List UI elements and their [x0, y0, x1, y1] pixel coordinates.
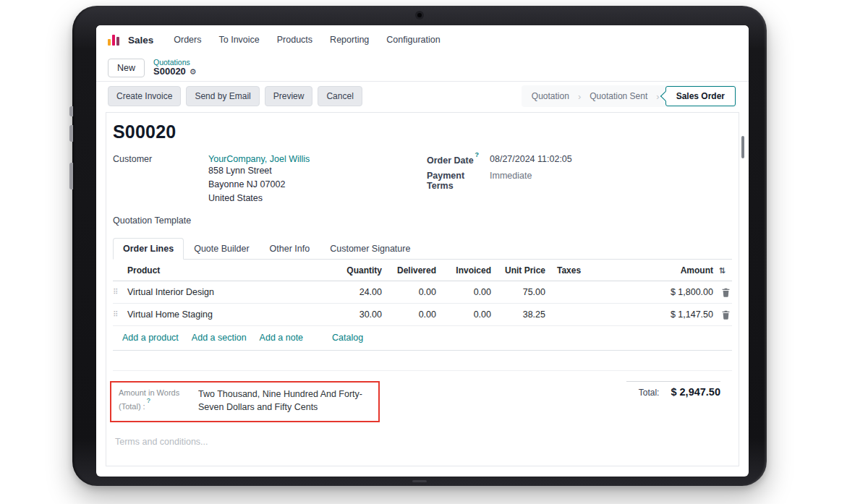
- amount-in-words-highlight-box: Amount in Words (Total) :? Two Thousand,…: [110, 381, 380, 422]
- unit-price-cell[interactable]: 38.25: [491, 309, 545, 320]
- help-hint-icon: ?: [475, 151, 480, 158]
- preview-button[interactable]: Preview: [265, 86, 313, 106]
- notebook-tabs: Order Lines Quote Builder Other Info Cus…: [113, 238, 732, 260]
- control-panel: Create Invoice Send by Email Preview Can…: [96, 82, 749, 111]
- tablet-side-button: [69, 106, 73, 116]
- action-buttons: Create Invoice Send by Email Preview Can…: [108, 86, 362, 106]
- add-a-section-link[interactable]: Add a section: [192, 333, 247, 343]
- column-quantity: Quantity: [312, 265, 382, 276]
- tablet-volume-down-button: [69, 163, 73, 189]
- column-amount: Amount: [618, 265, 713, 276]
- total-label: Total:: [639, 388, 660, 398]
- totals-zone: Amount in Words (Total) :? Two Thousand,…: [113, 381, 732, 422]
- unit-price-cell[interactable]: 75.00: [491, 287, 545, 297]
- quantity-cell[interactable]: 30.00: [312, 309, 382, 320]
- menu-products[interactable]: Products: [277, 35, 312, 45]
- catalog-link[interactable]: Catalog: [332, 333, 363, 343]
- payment-terms-value[interactable]: Immediate: [490, 171, 532, 191]
- customer-link[interactable]: YourCompany, Joel Willis: [208, 154, 310, 164]
- create-invoice-button[interactable]: Create Invoice: [108, 86, 181, 106]
- status-pipeline: Quotation › Quotation Sent › Sales Order: [522, 85, 737, 107]
- breadcrumb-current-record: S00020: [153, 67, 186, 77]
- column-taxes: Taxes: [545, 265, 618, 276]
- column-delivered: Delivered: [382, 265, 436, 276]
- help-hint-icon: ?: [147, 397, 150, 404]
- add-a-product-link[interactable]: Add a product: [122, 333, 179, 343]
- tablet-connector: [412, 480, 427, 482]
- order-date-value[interactable]: 08/27/2024 11:02:05: [490, 154, 572, 166]
- line-actions: Add a product Add a section Add a note C…: [113, 326, 732, 351]
- delivered-cell[interactable]: 0.00: [382, 309, 436, 320]
- delivered-cell[interactable]: 0.00: [382, 287, 436, 297]
- add-a-note-link[interactable]: Add a note: [260, 333, 303, 343]
- status-step-quotation-sent[interactable]: Quotation Sent: [581, 87, 656, 106]
- invoiced-cell[interactable]: 0.00: [436, 287, 491, 297]
- quotation-template-label[interactable]: Quotation Template: [113, 215, 427, 226]
- address-line: Bayonne NJ 07002: [208, 178, 310, 192]
- status-step-quotation[interactable]: Quotation: [523, 87, 578, 106]
- amount-in-words-label: Amount in Words (Total) :?: [119, 388, 190, 414]
- sales-app-logo-icon[interactable]: [108, 34, 119, 46]
- order-line-row[interactable]: ⠿ Virtual Home Staging 30.00 0.00 0.00 3…: [113, 304, 732, 326]
- order-lines-header: Product Quantity Delivered Invoiced Unit…: [113, 260, 732, 281]
- top-navbar: Sales Orders To Invoice Products Reporti…: [96, 25, 749, 54]
- order-line-row[interactable]: ⠿ Virtual Interior Design 24.00 0.00 0.0…: [113, 281, 732, 304]
- tablet-volume-up-button: [69, 125, 73, 142]
- tablet-frame: Sales Orders To Invoice Products Reporti…: [72, 6, 767, 486]
- record-title: S00020: [113, 121, 732, 142]
- menu-orders[interactable]: Orders: [174, 35, 201, 45]
- tab-customer-signature[interactable]: Customer Signature: [320, 238, 420, 260]
- form-sheet: S00020 Customer YourCompany, Joel Willis…: [106, 112, 739, 466]
- customer-address: 858 Lynn Street Bayonne NJ 07002 United …: [208, 164, 310, 205]
- optional-columns-icon[interactable]: ⇅: [713, 266, 732, 276]
- main-menu: Orders To Invoice Products Reporting Con…: [174, 35, 440, 45]
- column-unit-price: Unit Price: [491, 265, 545, 276]
- app-screen: Sales Orders To Invoice Products Reporti…: [96, 25, 749, 477]
- status-step-sales-order-active[interactable]: Sales Order: [665, 86, 736, 106]
- tablet-camera: [417, 13, 422, 17]
- address-line: 858 Lynn Street: [208, 164, 310, 178]
- breadcrumb: Quotations S00020 ⚙: [153, 58, 197, 77]
- customer-label: Customer: [113, 154, 208, 205]
- column-product: Product: [124, 265, 312, 276]
- cancel-button[interactable]: Cancel: [318, 86, 362, 106]
- amount-cell: $ 1,800.00: [618, 287, 713, 297]
- column-invoiced: Invoiced: [436, 265, 491, 276]
- scrollbar-thumb[interactable]: [741, 136, 744, 158]
- app-name[interactable]: Sales: [128, 35, 153, 46]
- product-cell[interactable]: Virtual Home Staging: [124, 309, 312, 320]
- delete-row-icon[interactable]: [713, 288, 732, 297]
- menu-to-invoice[interactable]: To Invoice: [218, 35, 259, 45]
- terms-and-conditions-placeholder[interactable]: Terms and conditions...: [113, 437, 732, 447]
- tab-other-info[interactable]: Other Info: [260, 238, 320, 260]
- new-button[interactable]: New: [108, 59, 145, 77]
- order-total: Total: $ 2,947.50: [626, 381, 720, 398]
- drag-handle-icon[interactable]: ⠿: [113, 311, 124, 318]
- gear-icon[interactable]: ⚙: [190, 67, 197, 77]
- amount-in-words-value: Two Thousand, Nine Hundred And Forty-Sev…: [198, 388, 371, 414]
- form-fields: Customer YourCompany, Joel Willis 858 Ly…: [113, 154, 732, 226]
- send-by-email-button[interactable]: Send by Email: [186, 86, 259, 106]
- chevron-right-icon: ›: [656, 91, 659, 102]
- amount-cell: $ 1,147.50: [618, 309, 713, 320]
- drag-handle-icon[interactable]: ⠿: [113, 289, 124, 296]
- invoiced-cell[interactable]: 0.00: [436, 309, 491, 320]
- order-date-label: Order Date?: [427, 154, 490, 166]
- tab-order-lines[interactable]: Order Lines: [113, 238, 184, 260]
- address-line: United States: [208, 192, 310, 205]
- page-background: Sales Orders To Invoice Products Reporti…: [0, 0, 868, 504]
- breadcrumb-row: New Quotations S00020 ⚙: [96, 54, 749, 82]
- menu-configuration[interactable]: Configuration: [386, 35, 440, 45]
- product-cell[interactable]: Virtual Interior Design: [124, 287, 312, 297]
- delete-row-icon[interactable]: [713, 310, 732, 320]
- section-divider: [113, 351, 732, 371]
- quantity-cell[interactable]: 24.00: [312, 287, 382, 297]
- menu-reporting[interactable]: Reporting: [330, 35, 369, 45]
- tab-quote-builder[interactable]: Quote Builder: [184, 238, 259, 260]
- payment-terms-label: Payment Terms: [427, 171, 490, 191]
- total-value: $ 2,947.50: [671, 386, 720, 398]
